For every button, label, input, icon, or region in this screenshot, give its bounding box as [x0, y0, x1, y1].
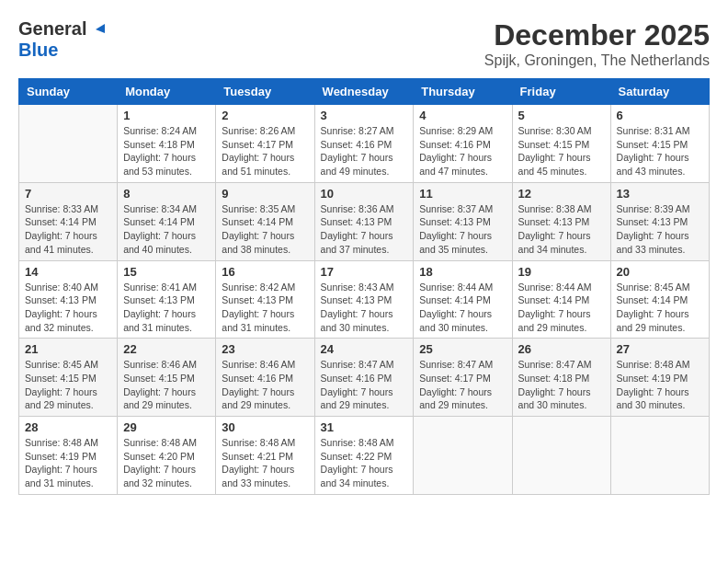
calendar-cell [512, 417, 610, 495]
day-info: Sunrise: 8:46 AM Sunset: 4:16 PM Dayligh… [222, 358, 308, 412]
calendar-header-tuesday: Tuesday [216, 79, 314, 105]
calendar-cell [414, 417, 512, 495]
day-info: Sunrise: 8:29 AM Sunset: 4:16 PM Dayligh… [419, 124, 506, 178]
calendar-cell [19, 105, 118, 183]
day-info: Sunrise: 8:39 AM Sunset: 4:13 PM Dayligh… [617, 202, 703, 257]
calendar-cell: 11Sunrise: 8:37 AM Sunset: 4:13 PM Dayli… [414, 182, 512, 260]
day-info: Sunrise: 8:26 AM Sunset: 4:17 PM Dayligh… [222, 124, 308, 178]
day-number: 10 [321, 187, 408, 201]
day-number: 30 [222, 420, 308, 434]
calendar-header-wednesday: Wednesday [314, 79, 414, 105]
day-number: 23 [222, 342, 308, 356]
calendar-header-saturday: Saturday [610, 79, 709, 105]
calendar-cell: 8Sunrise: 8:34 AM Sunset: 4:14 PM Daylig… [118, 182, 216, 260]
day-info: Sunrise: 8:38 AM Sunset: 4:13 PM Dayligh… [518, 202, 605, 257]
day-info: Sunrise: 8:31 AM Sunset: 4:15 PM Dayligh… [617, 124, 703, 178]
calendar-header-thursday: Thursday [414, 79, 512, 105]
day-info: Sunrise: 8:24 AM Sunset: 4:18 PM Dayligh… [123, 124, 210, 178]
day-number: 17 [321, 265, 408, 279]
day-info: Sunrise: 8:33 AM Sunset: 4:14 PM Dayligh… [25, 202, 111, 257]
day-info: Sunrise: 8:42 AM Sunset: 4:13 PM Dayligh… [222, 281, 308, 335]
location-title: Spijk, Groningen, The Netherlands [484, 52, 710, 69]
day-info: Sunrise: 8:45 AM Sunset: 4:14 PM Dayligh… [617, 281, 703, 335]
logo-bird-icon [88, 20, 105, 37]
calendar-cell: 21Sunrise: 8:45 AM Sunset: 4:15 PM Dayli… [19, 339, 118, 417]
calendar-cell: 16Sunrise: 8:42 AM Sunset: 4:13 PM Dayli… [216, 260, 314, 339]
day-number: 29 [123, 420, 210, 434]
calendar-cell: 22Sunrise: 8:46 AM Sunset: 4:15 PM Dayli… [118, 339, 216, 417]
calendar-cell: 25Sunrise: 8:47 AM Sunset: 4:17 PM Dayli… [414, 339, 512, 417]
calendar-cell: 30Sunrise: 8:48 AM Sunset: 4:21 PM Dayli… [216, 417, 314, 495]
calendar-cell: 6Sunrise: 8:31 AM Sunset: 4:15 PM Daylig… [610, 105, 709, 183]
calendar-cell: 15Sunrise: 8:41 AM Sunset: 4:13 PM Dayli… [118, 260, 216, 339]
calendar-cell: 2Sunrise: 8:26 AM Sunset: 4:17 PM Daylig… [216, 105, 314, 183]
day-number: 5 [518, 109, 605, 122]
logo-general-text: General [18, 18, 86, 40]
day-number: 12 [518, 187, 605, 201]
day-info: Sunrise: 8:44 AM Sunset: 4:14 PM Dayligh… [419, 281, 506, 335]
day-number: 6 [617, 109, 703, 122]
calendar-cell: 1Sunrise: 8:24 AM Sunset: 4:18 PM Daylig… [118, 105, 216, 183]
calendar-cell: 13Sunrise: 8:39 AM Sunset: 4:13 PM Dayli… [610, 182, 709, 260]
day-number: 16 [222, 265, 308, 279]
day-info: Sunrise: 8:44 AM Sunset: 4:14 PM Dayligh… [518, 281, 605, 335]
day-info: Sunrise: 8:47 AM Sunset: 4:18 PM Dayligh… [518, 358, 605, 412]
day-number: 11 [419, 187, 506, 201]
day-number: 24 [321, 342, 408, 356]
day-number: 20 [617, 265, 703, 279]
logo: General Blue [18, 18, 105, 61]
day-number: 7 [25, 187, 111, 201]
calendar-cell: 18Sunrise: 8:44 AM Sunset: 4:14 PM Dayli… [414, 260, 512, 339]
day-info: Sunrise: 8:47 AM Sunset: 4:16 PM Dayligh… [321, 358, 408, 412]
calendar-cell: 24Sunrise: 8:47 AM Sunset: 4:16 PM Dayli… [314, 339, 414, 417]
day-number: 21 [25, 342, 111, 356]
day-info: Sunrise: 8:35 AM Sunset: 4:14 PM Dayligh… [222, 202, 308, 257]
calendar-cell: 12Sunrise: 8:38 AM Sunset: 4:13 PM Dayli… [512, 182, 610, 260]
day-number: 3 [321, 109, 408, 122]
calendar-week-1: 1Sunrise: 8:24 AM Sunset: 4:18 PM Daylig… [19, 105, 710, 183]
day-number: 2 [222, 109, 308, 122]
day-info: Sunrise: 8:40 AM Sunset: 4:13 PM Dayligh… [25, 281, 111, 335]
day-info: Sunrise: 8:48 AM Sunset: 4:22 PM Dayligh… [321, 436, 408, 490]
calendar-header-friday: Friday [512, 79, 610, 105]
day-info: Sunrise: 8:27 AM Sunset: 4:16 PM Dayligh… [321, 124, 408, 178]
calendar-week-5: 28Sunrise: 8:48 AM Sunset: 4:19 PM Dayli… [19, 417, 710, 495]
day-info: Sunrise: 8:47 AM Sunset: 4:17 PM Dayligh… [419, 358, 506, 412]
calendar-header-monday: Monday [118, 79, 216, 105]
day-number: 28 [25, 420, 111, 434]
calendar-cell: 5Sunrise: 8:30 AM Sunset: 4:15 PM Daylig… [512, 105, 610, 183]
calendar-cell: 10Sunrise: 8:36 AM Sunset: 4:13 PM Dayli… [314, 182, 414, 260]
calendar-cell: 23Sunrise: 8:46 AM Sunset: 4:16 PM Dayli… [216, 339, 314, 417]
calendar-week-4: 21Sunrise: 8:45 AM Sunset: 4:15 PM Dayli… [19, 339, 710, 417]
day-number: 4 [419, 109, 506, 122]
day-info: Sunrise: 8:48 AM Sunset: 4:19 PM Dayligh… [617, 358, 703, 412]
calendar-cell: 27Sunrise: 8:48 AM Sunset: 4:19 PM Dayli… [610, 339, 709, 417]
svg-marker-0 [96, 24, 105, 33]
calendar-header-sunday: Sunday [19, 79, 118, 105]
day-number: 31 [321, 420, 408, 434]
day-info: Sunrise: 8:48 AM Sunset: 4:21 PM Dayligh… [222, 436, 308, 490]
calendar-cell: 19Sunrise: 8:44 AM Sunset: 4:14 PM Dayli… [512, 260, 610, 339]
day-number: 19 [518, 265, 605, 279]
calendar-cell: 9Sunrise: 8:35 AM Sunset: 4:14 PM Daylig… [216, 182, 314, 260]
calendar-table: SundayMondayTuesdayWednesdayThursdayFrid… [18, 78, 710, 495]
month-title: December 2025 [484, 18, 710, 52]
calendar-cell [610, 417, 709, 495]
calendar-week-2: 7Sunrise: 8:33 AM Sunset: 4:14 PM Daylig… [19, 182, 710, 260]
calendar-cell: 29Sunrise: 8:48 AM Sunset: 4:20 PM Dayli… [118, 417, 216, 495]
title-area: December 2025 Spijk, Groningen, The Neth… [484, 18, 710, 69]
day-number: 26 [518, 342, 605, 356]
day-info: Sunrise: 8:41 AM Sunset: 4:13 PM Dayligh… [123, 281, 210, 335]
day-number: 9 [222, 187, 308, 201]
day-number: 27 [617, 342, 703, 356]
day-info: Sunrise: 8:48 AM Sunset: 4:20 PM Dayligh… [123, 436, 210, 490]
calendar-cell: 20Sunrise: 8:45 AM Sunset: 4:14 PM Dayli… [610, 260, 709, 339]
calendar-cell: 7Sunrise: 8:33 AM Sunset: 4:14 PM Daylig… [19, 182, 118, 260]
day-info: Sunrise: 8:45 AM Sunset: 4:15 PM Dayligh… [25, 358, 111, 412]
calendar-cell: 4Sunrise: 8:29 AM Sunset: 4:16 PM Daylig… [414, 105, 512, 183]
day-info: Sunrise: 8:37 AM Sunset: 4:13 PM Dayligh… [419, 202, 506, 257]
day-number: 15 [123, 265, 210, 279]
calendar-week-3: 14Sunrise: 8:40 AM Sunset: 4:13 PM Dayli… [19, 260, 710, 339]
calendar-cell: 31Sunrise: 8:48 AM Sunset: 4:22 PM Dayli… [314, 417, 414, 495]
day-number: 25 [419, 342, 506, 356]
